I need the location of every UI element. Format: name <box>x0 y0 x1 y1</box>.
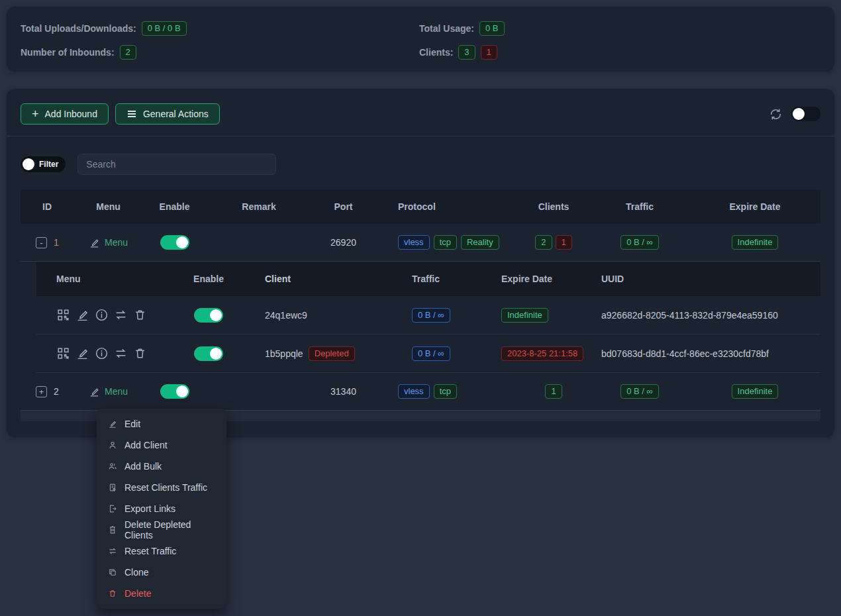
client-name: 24q1ewc9 <box>265 310 307 321</box>
qrcode-icon[interactable] <box>56 346 70 360</box>
person-icon <box>108 440 117 450</box>
menu-item-delete-depleted-clients[interactable]: Delete Depleted Clients <box>97 519 226 540</box>
col-enable: Enable <box>143 201 206 212</box>
menu-item-clone[interactable]: Clone <box>97 562 226 583</box>
client-name: 1b5ppqle <box>265 348 303 359</box>
subcol-client: Client <box>252 274 397 284</box>
clients-depleted-badge: 1 <box>556 235 572 250</box>
row-menu-label: Menu <box>105 386 128 397</box>
clone-icon <box>108 568 117 577</box>
stat-inbounds: Number of Inbounds: 2 <box>21 45 419 60</box>
uploads-downloads-label: Total Uploads/Downloads: <box>21 23 136 34</box>
total-usage-value: 0 B <box>479 21 505 36</box>
menu-item-label: Export Links <box>124 503 175 514</box>
inbounds-value: 2 <box>120 45 136 60</box>
subcol-traffic: Traffic <box>397 274 490 284</box>
add-inbound-button[interactable]: + Add Inbound <box>21 103 109 125</box>
col-port: Port <box>312 201 375 212</box>
col-expire-date: Expire Date <box>689 201 820 212</box>
client-enable-toggle[interactable] <box>194 346 223 361</box>
refresh-icon[interactable] <box>769 108 782 121</box>
general-actions-label: General Actions <box>143 109 209 119</box>
menu-item-label: Delete Depleted Clients <box>124 519 215 540</box>
clients-ok-badge: 1 <box>545 384 562 399</box>
clients-ok-badge: 2 <box>535 235 552 250</box>
qrcode-icon[interactable] <box>56 308 70 322</box>
edit-icon[interactable] <box>75 346 89 360</box>
row-menu-trigger[interactable]: Menu <box>89 237 128 248</box>
subtable-header: Menu Enable Client Traffic Expire Date U… <box>36 262 820 296</box>
menu-item-label: Add Bulk <box>124 461 162 472</box>
edit-icon <box>108 419 117 429</box>
enable-toggle[interactable] <box>160 384 189 399</box>
inbounds-card: + Add Inbound General Actions Filter <box>7 89 834 437</box>
transport-tag: tcp <box>434 235 457 250</box>
menu-item-label: Reset Clients Traffic <box>124 482 207 493</box>
depleted-tag: Depleted <box>309 346 355 361</box>
client-expire-badge: 2023-8-25 21:1:58 <box>501 346 583 361</box>
inbound-context-menu: Edit Add Client Add Bulk Reset Clients T… <box>97 409 226 609</box>
protocol-tag: vless <box>398 384 430 399</box>
menu-item-label: Add Client <box>124 440 168 450</box>
people-icon <box>108 462 117 471</box>
clients-active-count: 3 <box>458 45 475 60</box>
menu-item-reset-traffic[interactable]: Reset Traffic <box>97 540 226 562</box>
table-header: ID Menu Enable Remark Port Protocol Clie… <box>21 189 820 224</box>
info-icon[interactable] <box>95 346 109 360</box>
col-protocol: Protocol <box>375 201 517 212</box>
edit-icon[interactable] <box>75 308 89 322</box>
menu-item-export-links[interactable]: Export Links <box>97 498 226 519</box>
reset-traffic-icon[interactable] <box>114 346 128 360</box>
document-reset-icon <box>108 483 117 492</box>
menu-item-edit[interactable]: Edit <box>97 413 226 435</box>
col-remark: Remark <box>206 201 312 212</box>
col-clients: Clients <box>517 201 590 212</box>
delete-icon[interactable] <box>133 346 147 360</box>
menu-item-reset-clients-traffic[interactable]: Reset Clients Traffic <box>97 477 226 498</box>
col-id: ID <box>21 201 74 212</box>
client-row: 24q1ewc9 0 B / ∞ Indefinite a926682d-820… <box>36 296 820 334</box>
info-icon[interactable] <box>95 308 109 322</box>
inbounds-table: ID Menu Enable Remark Port Protocol Clie… <box>21 189 820 421</box>
filter-toggle[interactable]: Filter <box>21 156 66 172</box>
stat-uploads-downloads: Total Uploads/Downloads: 0 B / 0 B <box>21 21 419 36</box>
edit-icon <box>89 237 100 248</box>
menu-item-delete[interactable]: Delete <box>97 583 226 604</box>
client-uuid: a926682d-8205-4113-832d-879e4ea59160 <box>589 310 820 321</box>
row-menu-trigger[interactable]: Menu <box>89 386 128 397</box>
add-inbound-label: Add Inbound <box>45 109 97 119</box>
subcol-expire-date: Expire Date <box>490 274 589 284</box>
trash-clock-icon <box>108 525 117 535</box>
toggle-knob <box>176 236 188 248</box>
client-row: 1b5ppqle Depleted 0 B / ∞ 2023-8-25 21:1… <box>36 334 820 373</box>
edit-icon <box>89 386 100 397</box>
client-enable-toggle[interactable] <box>194 308 223 323</box>
delete-icon[interactable] <box>133 308 147 322</box>
col-traffic: Traffic <box>590 201 689 212</box>
filter-label: Filter <box>39 160 58 169</box>
port-cell: 31340 <box>312 386 375 397</box>
row-menu-label: Menu <box>105 237 128 248</box>
protocol-tag: vless <box>398 235 430 250</box>
toggle-knob <box>210 348 222 360</box>
menu-item-label: Reset Traffic <box>124 546 176 556</box>
enable-toggle[interactable] <box>160 235 189 250</box>
menu-item-add-client[interactable]: Add Client <box>97 435 226 456</box>
expire-badge: Indefinite <box>732 384 779 399</box>
table-row: + 2 Menu 31340 vless tcp 1 0 B / ∞ Indef… <box>21 373 820 411</box>
general-actions-button[interactable]: General Actions <box>115 103 220 125</box>
menu-item-add-bulk[interactable]: Add Bulk <box>97 456 226 477</box>
collapse-row-button[interactable]: - <box>36 237 47 248</box>
client-traffic-badge: 0 B / ∞ <box>412 346 450 361</box>
uploads-downloads-value: 0 B / 0 B <box>142 21 187 36</box>
stats-card: Total Uploads/Downloads: 0 B / 0 B Total… <box>7 7 834 72</box>
export-icon <box>108 504 117 513</box>
stat-total-usage: Total Usage: 0 B <box>419 21 820 36</box>
search-input[interactable] <box>77 154 276 175</box>
reset-traffic-icon[interactable] <box>114 308 128 322</box>
menu-item-label: Delete <box>124 588 151 599</box>
dark-mode-toggle[interactable] <box>791 107 820 121</box>
client-uuid: bd07683d-d8d1-4ccf-86ec-e3230cfd78bf <box>589 348 820 359</box>
port-cell: 26920 <box>312 237 375 248</box>
expand-row-button[interactable]: + <box>36 386 47 397</box>
